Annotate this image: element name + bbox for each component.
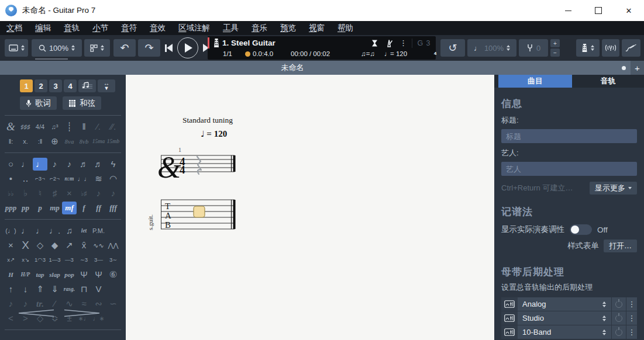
palette-symbol[interactable]: ∽: [106, 297, 120, 310]
palette-symbol[interactable]: ×: [4, 239, 18, 252]
palette-symbol[interactable]: ♪: [47, 158, 62, 171]
options-button[interactable]: ⋮: [626, 311, 637, 325]
palette-symbol[interactable]: ♪: [106, 187, 120, 200]
palette-symbol[interactable]: ⇑: [33, 283, 47, 296]
close-button[interactable]: ✕: [614, 0, 644, 21]
artist-input[interactable]: [501, 162, 637, 176]
preset-selector[interactable]: [597, 329, 611, 335]
crescendo-icon[interactable]: [18, 309, 55, 317]
palette-symbol[interactable]: ♬: [77, 158, 91, 171]
menu-item[interactable]: 编辑: [29, 21, 57, 35]
palette-symbol[interactable]: ϟ: [106, 158, 120, 171]
menu-item[interactable]: 音乐: [245, 21, 274, 35]
palette-symbol[interactable]: :‖: [33, 135, 47, 148]
palette-symbol[interactable]: 3—: [91, 254, 106, 266]
palette-symbol[interactable]: ∼3: [77, 254, 91, 266]
palette-symbol[interactable]: ◆: [47, 239, 62, 252]
palette-symbol[interactable]: ∿∿: [91, 239, 106, 252]
palette-symbol[interactable]: 15ma: [91, 135, 106, 148]
redo-button[interactable]: ↷: [138, 39, 160, 57]
palette-symbol[interactable]: (♩): [4, 224, 18, 237]
voice-button[interactable]: 4: [64, 79, 77, 92]
menu-item[interactable]: 音效: [143, 21, 172, 35]
palette-symbol[interactable]: 3∼: [106, 254, 120, 266]
concert-pitch-toggle[interactable]: [570, 224, 592, 235]
palette-symbol[interactable]: 8vb: [77, 135, 91, 148]
palette-symbol[interactable]: ⌐2¬: [47, 172, 62, 185]
palette-symbol[interactable]: ♭♯: [77, 187, 91, 200]
show-more-button[interactable]: 显示更多: [590, 182, 637, 195]
palette-symbol[interactable]: ↗: [62, 239, 77, 252]
palette-symbol[interactable]: H: [4, 268, 18, 281]
palette-symbol[interactable]: pp: [18, 202, 33, 214]
chords-button[interactable]: 和弦: [63, 96, 101, 110]
palette-symbol[interactable]: ‖:: [4, 135, 18, 148]
palette-symbol[interactable]: let ring: [77, 224, 91, 237]
palette-symbol[interactable]: ppp: [4, 202, 18, 214]
palette-symbol[interactable]: ♭♭: [4, 187, 18, 200]
edit-cursor[interactable]: [194, 206, 205, 217]
palette-symbol[interactable]: ∿: [62, 297, 77, 310]
palette-symbol[interactable]: ∾: [91, 297, 106, 310]
palette-symbol[interactable]: p: [33, 202, 47, 214]
preset-selector[interactable]: [597, 301, 611, 307]
palette-symbol[interactable]: ff: [91, 202, 106, 214]
tuner-button[interactable]: [602, 39, 619, 57]
palette-symbol[interactable]: ♫³: [47, 120, 62, 133]
palette-symbol[interactable]: ‖: [77, 120, 91, 133]
mastering-row[interactable]: 10-Band ⋮: [501, 325, 637, 339]
mastering-row[interactable]: Studio ⋮: [501, 311, 637, 325]
palette-symbol[interactable]: ♮: [33, 187, 47, 200]
palette-symbol[interactable]: ♪: [4, 297, 18, 310]
menu-item[interactable]: 工具: [216, 21, 245, 35]
tab-track[interactable]: 音轨: [572, 75, 644, 88]
track-options-icon[interactable]: ⋮: [400, 39, 407, 47]
palette-symbol[interactable]: X: [18, 239, 33, 252]
options-button[interactable]: ⋮: [626, 325, 637, 339]
palette-symbol[interactable]: x.: [18, 135, 33, 148]
menu-item[interactable]: 音符: [115, 21, 143, 35]
page-view-button[interactable]: [5, 39, 28, 57]
palette-symbol[interactable]: n:m: [62, 172, 77, 185]
lyrics-button[interactable]: 歌词: [20, 96, 57, 110]
palette-symbol[interactable]: x̂: [77, 239, 91, 252]
palette-symbol[interactable]: ♪: [62, 158, 77, 171]
go-to-start-button[interactable]: [165, 44, 173, 52]
palette-symbol[interactable]: ♩: [33, 158, 47, 171]
score-area[interactable]: Standard tuning ♩ = 120 1 & 4 4 s.guit.: [126, 75, 494, 340]
palette-symbol[interactable]: <: [4, 312, 18, 325]
palette-symbol[interactable]: ⊓: [77, 283, 91, 296]
preset-selector[interactable]: [597, 315, 611, 321]
minimize-button[interactable]: [553, 0, 583, 21]
voice-button[interactable]: 2: [35, 79, 47, 92]
palette-symbol[interactable]: tap: [33, 268, 47, 281]
palette-symbol[interactable]: ♩♩: [77, 172, 91, 185]
palette-symbol[interactable]: ↑: [4, 283, 18, 296]
palette-symbol[interactable]: tr.: [33, 297, 47, 310]
palette-symbol[interactable]: ♯♯♯: [18, 120, 33, 133]
palette-symbol[interactable]: ◇: [33, 239, 47, 252]
palette-symbol[interactable]: ♫: [62, 224, 77, 237]
loop-button[interactable]: ↺: [440, 39, 465, 57]
zoom-control[interactable]: 100%: [32, 39, 82, 57]
palette-symbol[interactable]: ♩: [18, 224, 33, 237]
palette-symbol[interactable]: ≋: [91, 172, 106, 185]
palette-symbol[interactable]: ♩.: [47, 224, 62, 237]
instrument-view-button[interactable]: [576, 39, 600, 57]
palette-symbol[interactable]: Ψ: [91, 268, 106, 281]
palette-symbol[interactable]: x↘: [18, 254, 33, 266]
countdown-button[interactable]: [371, 39, 378, 47]
options-button[interactable]: ⋮: [626, 297, 637, 311]
undo-button[interactable]: ↶: [113, 39, 136, 57]
power-button[interactable]: [611, 311, 626, 325]
palette-symbol[interactable]: rasg.: [62, 283, 77, 296]
zoom-voice-filter-button[interactable]: ↔ ▼: [98, 79, 115, 92]
transpose-up-button[interactable]: +: [550, 39, 560, 47]
menu-item[interactable]: 文档: [0, 21, 29, 35]
palette-symbol[interactable]: ┊: [62, 120, 77, 133]
new-tab-button[interactable]: +: [631, 61, 644, 75]
palette-symbol[interactable]: H/P: [18, 268, 33, 281]
menu-item[interactable]: 视窗: [302, 21, 331, 35]
palette-symbol[interactable]: ⑥: [106, 268, 120, 281]
palette-symbol[interactable]: mf: [62, 202, 77, 214]
